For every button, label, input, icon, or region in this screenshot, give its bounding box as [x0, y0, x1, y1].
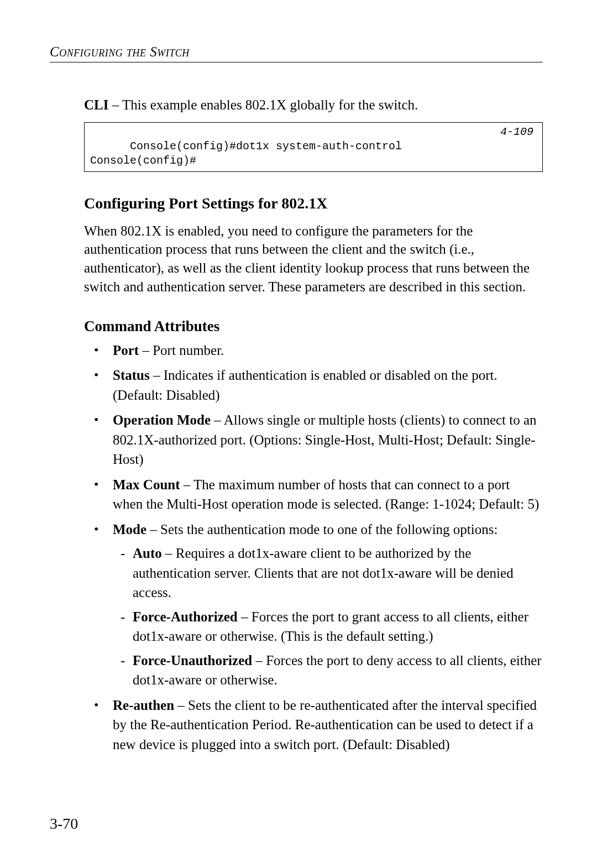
list-item: Force-Authorized – Forces the port to gr…	[113, 607, 543, 646]
code-line-2: Console(config)#	[90, 154, 196, 167]
list-item: Auto – Requires a dot1x-aware client to …	[113, 543, 543, 603]
term-status: Status	[113, 368, 150, 383]
term-operation-mode: Operation Mode	[113, 412, 211, 427]
list-item: Force-Unauthorized – Forces the port to …	[113, 651, 543, 690]
header-rule	[50, 62, 543, 62]
list-item: Mode – Sets the authentication mode to o…	[84, 520, 543, 690]
code-example: 4-109Console(config)#dot1x system-auth-c…	[84, 122, 543, 172]
term-mode: Mode	[113, 522, 146, 537]
desc-re-authen: – Sets the client to be re-authenticated…	[113, 698, 537, 752]
list-item: Max Count – The maximum number of hosts …	[84, 475, 543, 514]
cli-intro-text: – This example enables 802.1X globally f…	[108, 97, 418, 112]
code-line-1: Console(config)#dot1x system-auth-contro…	[130, 140, 402, 153]
section-paragraph: When 802.1X is enabled, you need to conf…	[84, 222, 543, 296]
list-item: Operation Mode – Allows single or multip…	[84, 410, 543, 469]
term-port: Port	[113, 343, 139, 358]
section-heading: Configuring Port Settings for 802.1X	[84, 193, 543, 214]
list-item: Status – Indicates if authentication is …	[84, 365, 543, 405]
attribute-list: Port – Port number. Status – Indicates i…	[84, 341, 543, 755]
page-number: 3-70	[50, 815, 78, 833]
term-re-authen: Re-authen	[113, 698, 174, 713]
list-item: Port – Port number.	[84, 341, 543, 360]
desc-auto: – Requires a dot1x-aware client to be au…	[133, 546, 514, 600]
term-force-unauthorized: Force-Unauthorized	[133, 653, 252, 668]
mode-options-list: Auto – Requires a dot1x-aware client to …	[113, 543, 543, 690]
desc-mode: – Sets the authentication mode to one of…	[146, 522, 498, 537]
desc-status: – Indicates if authentication is enabled…	[113, 368, 498, 402]
term-force-authorized: Force-Authorized	[133, 609, 238, 624]
term-max-count: Max Count	[113, 477, 180, 492]
running-head: Configuring the Switch	[50, 44, 543, 60]
list-item: Re-authen – Sets the client to be re-aut…	[84, 696, 543, 755]
cli-intro: CLI – This example enables 802.1X global…	[84, 96, 543, 114]
subsection-heading: Command Attributes	[84, 316, 543, 336]
cli-label: CLI	[84, 97, 108, 112]
code-ref: 4-109	[500, 125, 533, 139]
desc-port: – Port number.	[139, 343, 224, 358]
term-auto: Auto	[133, 546, 162, 561]
